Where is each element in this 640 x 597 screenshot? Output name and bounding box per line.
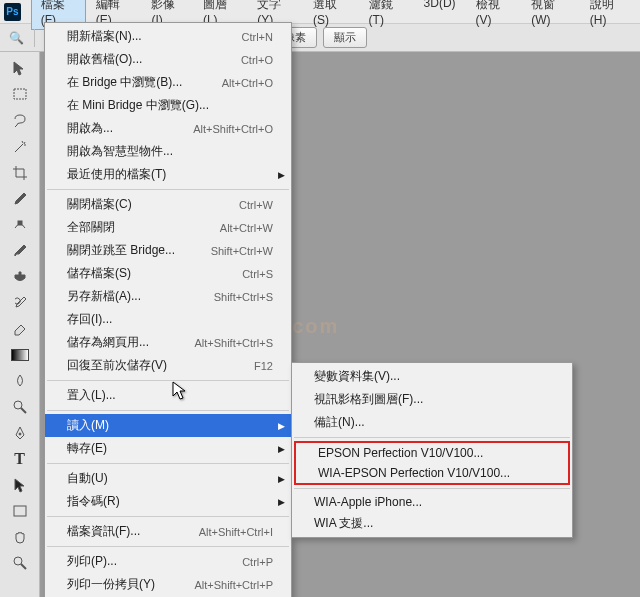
menu-item[interactable]: 關閉檔案(C)Ctrl+W [45, 193, 291, 216]
menu-separator [47, 380, 289, 381]
menubar-item-8[interactable]: 檢視(V) [466, 0, 522, 30]
menubar-item-6[interactable]: 濾鏡(T) [359, 0, 414, 30]
menu-item-shortcut: F12 [254, 360, 273, 372]
history-brush-tool-icon[interactable] [7, 292, 33, 314]
pen-tool-icon[interactable] [7, 422, 33, 444]
menu-item[interactable]: 在 Mini Bridge 中瀏覽(G)... [45, 94, 291, 117]
menu-item-shortcut: Ctrl+N [242, 31, 273, 43]
submenu-arrow-icon: ▶ [278, 474, 285, 484]
path-selection-tool-icon[interactable] [7, 474, 33, 496]
menu-item-shortcut: Alt+Ctrl+O [222, 77, 273, 89]
menu-item[interactable]: 檔案資訊(F)...Alt+Shift+Ctrl+I [45, 520, 291, 543]
menu-item-label: 開啟舊檔(O)... [67, 51, 142, 68]
hand-tool-icon[interactable] [7, 526, 33, 548]
highlighted-scanner-group: EPSON Perfection V10/V100...WIA-EPSON Pe… [294, 441, 570, 485]
svg-rect-1 [18, 221, 22, 225]
menu-item-label: 關閉檔案(C) [67, 196, 132, 213]
move-tool-icon[interactable] [7, 58, 33, 80]
menu-item-shortcut: Shift+Ctrl+S [214, 291, 273, 303]
dodge-tool-icon[interactable] [7, 396, 33, 418]
submenu-item[interactable]: 視訊影格到圖層(F)... [292, 388, 572, 411]
menu-separator [294, 437, 570, 438]
menu-item[interactable]: 另存新檔(A)...Shift+Ctrl+S [45, 285, 291, 308]
menu-item[interactable]: 回復至前次儲存(V)F12 [45, 354, 291, 377]
menu-item[interactable]: 在 Bridge 中瀏覽(B)...Alt+Ctrl+O [45, 71, 291, 94]
lasso-tool-icon[interactable] [7, 110, 33, 132]
menu-item[interactable]: 儲存為網頁用...Alt+Shift+Ctrl+S [45, 331, 291, 354]
menubar-item-9[interactable]: 視窗(W) [521, 0, 580, 30]
menu-item[interactable]: 讀入(M)▶ [45, 414, 291, 437]
menu-item-label: 在 Bridge 中瀏覽(B)... [67, 74, 182, 91]
menu-item-shortcut: Alt+Ctrl+W [220, 222, 273, 234]
menu-item[interactable]: 轉存(E)▶ [45, 437, 291, 460]
menu-item-label: 置入(L)... [67, 387, 116, 404]
menu-item-label: 讀入(M) [67, 417, 109, 434]
menu-separator [47, 410, 289, 411]
menu-item[interactable]: 列印(P)...Ctrl+P [45, 550, 291, 573]
menu-item-label: 全部關閉 [67, 219, 115, 236]
menu-item-label: 關閉並跳至 Bridge... [67, 242, 175, 259]
menu-item[interactable]: 指令碼(R)▶ [45, 490, 291, 513]
menu-item[interactable]: 置入(L)... [45, 384, 291, 407]
crop-tool-icon[interactable] [7, 162, 33, 184]
import-submenu: 變數資料集(V)...視訊影格到圖層(F)...備註(N)...EPSON Pe… [291, 362, 573, 538]
menu-item-label: 在 Mini Bridge 中瀏覽(G)... [67, 97, 209, 114]
menu-item-label: 儲存檔案(S) [67, 265, 131, 282]
gradient-tool-icon[interactable] [7, 344, 33, 366]
submenu-item[interactable]: WIA-EPSON Perfection V10/V100... [296, 463, 568, 483]
rectangle-tool-icon[interactable] [7, 500, 33, 522]
clone-stamp-tool-icon[interactable] [7, 266, 33, 288]
menu-item-label: 開啟為... [67, 120, 113, 137]
menu-item-shortcut: Alt+Shift+Ctrl+O [193, 123, 273, 135]
submenu-item[interactable]: WIA 支援... [292, 512, 572, 535]
submenu-item[interactable]: WIA-Apple iPhone... [292, 492, 572, 512]
menubar-item-10[interactable]: 說明(H) [580, 0, 636, 30]
eraser-tool-icon[interactable] [7, 318, 33, 340]
submenu-item[interactable]: 變數資料集(V)... [292, 365, 572, 388]
menu-item-shortcut: Alt+Shift+Ctrl+I [199, 526, 273, 538]
display-button[interactable]: 顯示 [323, 27, 367, 48]
brush-tool-icon[interactable] [7, 240, 33, 262]
menu-item[interactable]: 列印一份拷貝(Y)Alt+Shift+Ctrl+P [45, 573, 291, 596]
menu-item[interactable]: 開新檔案(N)...Ctrl+N [45, 25, 291, 48]
submenu-arrow-icon: ▶ [278, 170, 285, 180]
menu-separator [47, 516, 289, 517]
menu-item-label: 最近使用的檔案(T) [67, 166, 166, 183]
menu-item-shortcut: Alt+Shift+Ctrl+P [194, 579, 273, 591]
menu-item[interactable]: 全部關閉Alt+Ctrl+W [45, 216, 291, 239]
submenu-item[interactable]: EPSON Perfection V10/V100... [296, 443, 568, 463]
menu-item[interactable]: 開啟舊檔(O)...Ctrl+O [45, 48, 291, 71]
menu-item[interactable]: 開啟為智慧型物件... [45, 140, 291, 163]
menu-separator [47, 546, 289, 547]
svg-rect-0 [14, 89, 26, 99]
blur-tool-icon[interactable] [7, 370, 33, 392]
menubar-item-7[interactable]: 3D(D) [414, 0, 466, 30]
menu-item-shortcut: Shift+Ctrl+W [211, 245, 273, 257]
menu-item[interactable]: 最近使用的檔案(T)▶ [45, 163, 291, 186]
menu-item-label: 轉存(E) [67, 440, 107, 457]
submenu-item[interactable]: 備註(N)... [292, 411, 572, 434]
app-logo: Ps [4, 3, 21, 21]
menu-item-label: 列印一份拷貝(Y) [67, 576, 155, 593]
svg-point-2 [14, 401, 22, 409]
menu-item[interactable]: 開啟為...Alt+Shift+Ctrl+O [45, 117, 291, 140]
menu-item[interactable]: 存回(I)... [45, 308, 291, 331]
marquee-tool-icon[interactable] [7, 84, 33, 106]
menu-item[interactable]: 儲存檔案(S)Ctrl+S [45, 262, 291, 285]
menu-item[interactable]: 關閉並跳至 Bridge...Shift+Ctrl+W [45, 239, 291, 262]
submenu-arrow-icon: ▶ [278, 497, 285, 507]
magic-wand-tool-icon[interactable] [7, 136, 33, 158]
svg-rect-4 [14, 506, 26, 516]
submenu-arrow-icon: ▶ [278, 444, 285, 454]
submenu-arrow-icon: ▶ [278, 421, 285, 431]
menu-item-label: 另存新檔(A)... [67, 288, 141, 305]
healing-brush-tool-icon[interactable] [7, 214, 33, 236]
menubar-item-5[interactable]: 選取(S) [303, 0, 359, 30]
menu-item-label: 自動(U) [67, 470, 108, 487]
menu-item-label: 列印(P)... [67, 553, 117, 570]
eyedropper-tool-icon[interactable] [7, 188, 33, 210]
menubar: Ps 檔案(F)編輯(E)影像(I)圖層(L)文字(Y)選取(S)濾鏡(T)3D… [0, 0, 640, 24]
zoom-tool-icon[interactable] [7, 552, 33, 574]
type-tool-icon[interactable]: T [7, 448, 33, 470]
menu-item[interactable]: 自動(U)▶ [45, 467, 291, 490]
